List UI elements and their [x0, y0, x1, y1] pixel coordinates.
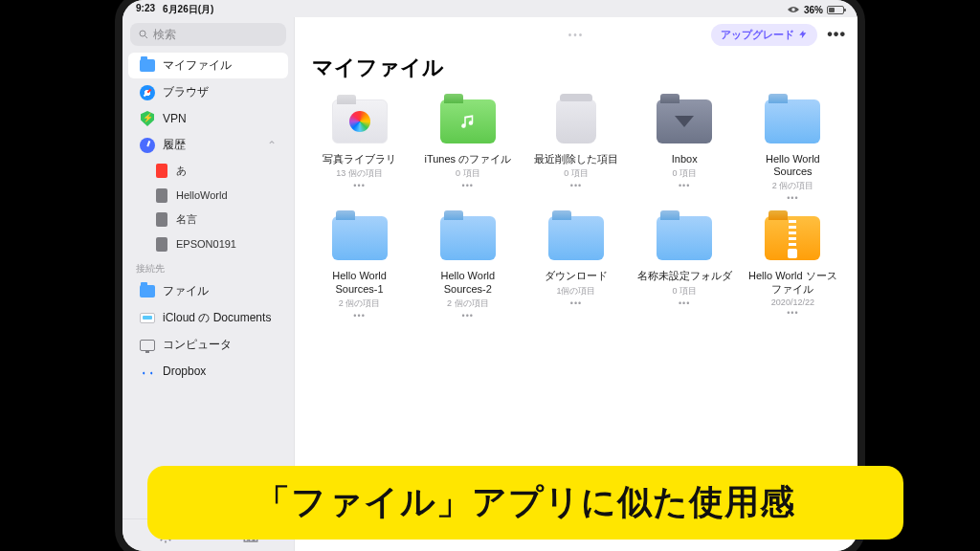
sidebar-item-label: EPSON0191 [176, 238, 236, 250]
tile-meta: 2 個の項目 [772, 180, 814, 192]
tile-meta: 1個の項目 [556, 285, 595, 298]
history-item-3[interactable]: EPSON0191 [128, 232, 288, 255]
tile-item[interactable]: iTunes のファイル0 項目••• [416, 96, 519, 203]
sidebar-item-label: VPN [163, 112, 187, 125]
topbar: ••• アップグレード ••• [295, 17, 858, 52]
safari-icon [140, 85, 155, 100]
sidebar-item-history[interactable]: 履歴 ⌃ [128, 132, 288, 158]
tile-more-button[interactable]: ••• [353, 181, 365, 190]
tile-name: Hello World Sources-2 [420, 270, 516, 295]
tile-more-button[interactable]: ••• [679, 298, 690, 308]
tile-item[interactable]: Hello World ソースファイル2020/12/22••• [742, 212, 844, 320]
tile-name: Inbox [672, 153, 698, 165]
sidebar-item-label: マイファイル [163, 57, 232, 74]
doc-icon [155, 165, 168, 178]
tile-name: 写真ライブラリ [323, 153, 396, 165]
folder-icon [437, 212, 499, 264]
folder-icon [140, 58, 155, 74]
dropbox-icon: ⬪⬪ [140, 364, 155, 379]
tile-item[interactable]: Inbox0 項目••• [634, 96, 736, 203]
upgrade-button[interactable]: アップグレード [711, 24, 817, 46]
search-input[interactable]: 検索 [130, 23, 286, 46]
tile-meta: 2 個の項目 [339, 298, 381, 310]
tile-item[interactable]: 名称未設定フォルダ0 項目••• [634, 212, 736, 320]
tile-item[interactable]: 写真ライブラリ13 個の項目••• [308, 96, 411, 203]
battery-icon [827, 6, 844, 14]
more-button[interactable]: ••• [827, 26, 846, 43]
folder-icon [654, 212, 715, 264]
tile-name: iTunes のファイル [424, 153, 511, 165]
tile-meta: 0 項目 [672, 167, 697, 180]
location-icloud[interactable]: iCloud の Documents [128, 305, 288, 331]
folder-icon [654, 96, 715, 147]
sidebar-item-label: ブラウザ [163, 84, 209, 100]
drive-icon [140, 311, 155, 326]
monitor-icon [140, 338, 155, 353]
sidebar-nav: マイファイル ブラウザ VPN 履歴 ⌃ あ [122, 52, 294, 518]
svg-line-1 [145, 36, 148, 39]
tile-name: Hello World Sources [745, 153, 840, 178]
tile-meta: 2020/12/22 [771, 298, 814, 307]
sidebar-item-label: ファイル [163, 283, 209, 299]
tile-more-button[interactable]: ••• [570, 181, 582, 190]
sidebar-item-label: iCloud の Documents [163, 310, 271, 326]
tile-more-button[interactable]: ••• [679, 181, 690, 190]
upgrade-label: アップグレード [721, 28, 794, 42]
search-placeholder: 検索 [153, 27, 176, 43]
tile-name: 名称未設定フォルダ [637, 270, 732, 282]
history-item-1[interactable]: HelloWorld [128, 184, 288, 207]
sidebar-item-label: 履歴 [163, 137, 186, 153]
tile-meta: 2 個の項目 [447, 298, 489, 310]
clock-icon [140, 138, 155, 153]
sidebar-item-label: Dropbox [163, 364, 206, 378]
tile-more-button[interactable]: ••• [570, 298, 582, 308]
svg-point-0 [140, 31, 145, 36]
search-icon [138, 29, 149, 40]
tile-meta: 0 項目 [564, 167, 589, 180]
sidebar-item-label: コンピュータ [163, 337, 232, 353]
folder-icon [329, 96, 390, 147]
sidebar-item-myfiles[interactable]: マイファイル [128, 53, 288, 78]
bolt-icon [798, 29, 808, 40]
doc-icon [155, 213, 168, 227]
folder-icon [329, 212, 390, 264]
locations-label: 接続先 [122, 256, 294, 277]
tile-item[interactable]: ダウンロード1個の項目••• [524, 212, 627, 320]
folder-icon [140, 284, 155, 299]
status-time: 9:23 [136, 3, 155, 16]
tile-meta: 0 項目 [672, 285, 697, 298]
doc-icon [155, 188, 168, 202]
sidebar-item-browser[interactable]: ブラウザ [128, 79, 288, 105]
chevron-up-icon: ⌃ [267, 139, 277, 152]
sidebar-item-vpn[interactable]: VPN [128, 106, 288, 131]
status-bar: 9:23 6月26日(月) 36% [122, 0, 858, 17]
tile-item[interactable]: Hello World Sources-12 個の項目••• [308, 212, 411, 320]
history-item-2[interactable]: 名言 [128, 208, 288, 231]
tile-more-button[interactable]: ••• [787, 308, 798, 318]
folder-icon [762, 212, 823, 264]
location-files[interactable]: ファイル [128, 278, 288, 304]
caption-banner: 「ファイル」アプリに似た使用感 [147, 466, 903, 540]
tile-item[interactable]: Hello World Sources-22 個の項目••• [416, 212, 519, 320]
sidebar-item-label: HelloWorld [176, 189, 228, 201]
tile-name: Hello World Sources-1 [312, 270, 408, 295]
tile-item[interactable]: 最近削除した項目0 項目••• [524, 96, 627, 203]
tile-meta: 13 個の項目 [336, 167, 383, 180]
tile-meta: 0 項目 [456, 167, 480, 180]
tile-item[interactable]: Hello World Sources2 個の項目••• [742, 96, 844, 203]
folder-icon [546, 96, 607, 147]
doc-icon [155, 237, 168, 251]
status-date: 6月26日(月) [163, 3, 213, 16]
location-dropbox[interactable]: ⬪⬪ Dropbox [128, 359, 288, 384]
tile-more-button[interactable]: ••• [462, 311, 474, 320]
tile-more-button[interactable]: ••• [462, 181, 474, 190]
location-computer[interactable]: コンピュータ [128, 332, 288, 358]
tile-name: ダウンロード [545, 270, 608, 282]
tile-name: 最近削除した項目 [534, 153, 618, 165]
history-item-0[interactable]: あ [128, 159, 288, 183]
tile-more-button[interactable]: ••• [787, 193, 798, 203]
tile-name: Hello World ソースファイル [745, 270, 840, 295]
tile-more-button[interactable]: ••• [353, 311, 365, 320]
folder-icon [762, 96, 823, 147]
drag-handle-icon[interactable]: ••• [568, 30, 585, 40]
